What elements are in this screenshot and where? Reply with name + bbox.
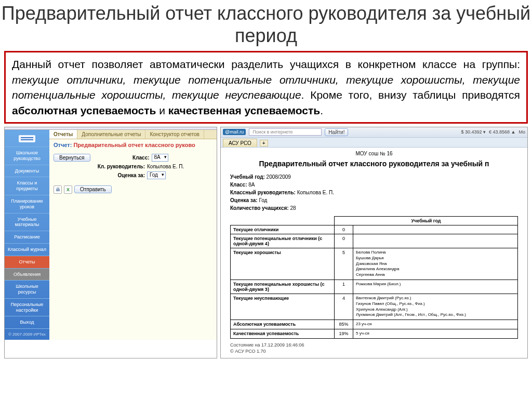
grade-select[interactable]: Год xyxy=(147,171,166,179)
sidebar-item[interactable]: Планирование уроков xyxy=(5,195,49,213)
row-label: Текущие потенциальные хорошисты (с одной… xyxy=(231,280,335,294)
desc-text: Данный отчет позволяет автоматически раз… xyxy=(12,58,520,70)
report-table: Учебный год Текущие отличники0Текущие по… xyxy=(230,216,518,339)
more: Мо xyxy=(518,129,525,135)
row-count: 1 xyxy=(335,280,353,294)
desc-post: . Кроме того, внизу таблицы приводятся xyxy=(301,89,520,101)
mail-logo: @mail.ru xyxy=(223,129,246,135)
report-title-value: Предварительный отчет классного руково xyxy=(73,142,195,148)
grade-value: Год xyxy=(150,172,158,178)
sidebar-item[interactable]: Школьные ресурсы xyxy=(5,280,49,298)
report-heading: Предварительный отчет классного руководи… xyxy=(230,159,518,168)
teacher-value: Копылова Е. П. xyxy=(147,164,184,169)
svg-rect-0 xyxy=(19,135,35,142)
search-input[interactable]: Поиск в интернете xyxy=(249,128,322,136)
class-value: 8А xyxy=(154,154,161,160)
svg-rect-2 xyxy=(21,139,33,140)
class-select[interactable]: 8А xyxy=(152,154,168,162)
class-label: Класс: xyxy=(92,155,150,161)
sidebar-item[interactable]: Объявления xyxy=(5,268,49,281)
col-header: Учебный год xyxy=(335,216,518,225)
send-button[interactable]: Отправить xyxy=(74,185,112,193)
row-label: Текущие отличники xyxy=(231,225,335,234)
sidebar-item[interactable]: Расписание xyxy=(5,231,49,243)
rate-eur: € 43.8568 ▲ xyxy=(489,129,515,135)
teacher-label: Кл. руководитель: xyxy=(88,164,145,169)
desc-b1: абсолютная успеваемость xyxy=(12,104,156,116)
sidebar-item-reports[interactable]: Отчеты xyxy=(5,256,49,268)
sidebar-item[interactable]: Классы и предметы xyxy=(5,177,49,195)
row-label: Текущие хорошисты xyxy=(231,248,335,280)
row-detail: Рожкова Мария (Биол.) xyxy=(353,280,518,294)
browser-tab[interactable]: АСУ РСО xyxy=(223,139,257,147)
sidebar-item[interactable]: Персональные настройки xyxy=(5,298,49,316)
row-count: 85% xyxy=(335,320,353,329)
report-footer: Состояние на 17.12.2009 16:46:06 © АСУ Р… xyxy=(230,342,518,355)
back-button[interactable]: Вернуться xyxy=(54,154,90,162)
row-label: Текущие неуспевающие xyxy=(231,294,335,320)
desc-and: и xyxy=(156,104,168,116)
row-detail xyxy=(353,225,518,234)
new-tab-icon[interactable]: + xyxy=(260,140,268,147)
search-button[interactable]: Найти! xyxy=(325,128,348,136)
report-tabs: Отчеты Дополнительные отчеты Конструктор… xyxy=(49,130,217,139)
row-detail: 23 уч-ся xyxy=(353,320,518,329)
org-name: МОУ сош № 16 xyxy=(230,151,518,156)
report-meta: Учебный год: 2008/2009 Класс: 8А Классны… xyxy=(230,173,518,212)
browser-toolbar: @mail.ru Поиск в интернете Найти! $ 30.4… xyxy=(221,127,527,138)
row-label: Абсолютная успеваемость xyxy=(231,320,335,329)
tab-additional[interactable]: Дополнительные отчеты xyxy=(77,130,145,139)
report-title-label: Отчет: xyxy=(54,142,72,148)
row-count: 5 xyxy=(335,248,353,280)
row-detail xyxy=(353,234,518,248)
report-title: Отчет: Предварительный отчет классного р… xyxy=(49,139,217,151)
print-icon[interactable]: 🖶 xyxy=(54,185,62,194)
row-detail: Белова ПолинаБушова ДарьяДзиковская ЯнаД… xyxy=(353,248,518,280)
row-label: Качественная успеваемость xyxy=(231,329,335,338)
home-icon[interactable] xyxy=(5,130,49,147)
row-count: 0 xyxy=(335,225,353,234)
sidebar-item[interactable]: Документы xyxy=(5,165,49,177)
row-count: 0 xyxy=(335,234,353,248)
row-count: 4 xyxy=(335,294,353,320)
right-browser: @mail.ru Поиск в интернете Найти! $ 30.4… xyxy=(220,127,528,358)
excel-icon[interactable]: X xyxy=(64,185,72,194)
slide-title: Предварительный отчет классного руководи… xyxy=(0,0,532,51)
row-detail: 5 уч-ся xyxy=(353,329,518,338)
tab-constructor[interactable]: Конструктор отчетов xyxy=(145,130,204,139)
grade-label: Оценка за: xyxy=(88,172,145,178)
row-label: Текущие потенциальные отличники (с одной… xyxy=(231,234,335,248)
desc-b2: качественная успеваемость xyxy=(168,104,320,116)
svg-rect-1 xyxy=(21,137,33,138)
row-count: 19% xyxy=(335,329,353,338)
sidebar-item[interactable]: Школьное руководство xyxy=(5,147,49,165)
sidebar: Школьное руководство Документы Классы и … xyxy=(5,130,49,340)
description-box: Данный отчет позволяет автоматически раз… xyxy=(4,51,528,124)
sidebar-copyright: © 2007-2009 ИРТех xyxy=(5,328,49,340)
left-app: Школьное руководство Документы Классы и … xyxy=(4,127,217,358)
sidebar-item[interactable]: Учебные материалы xyxy=(5,213,49,231)
tab-reports[interactable]: Отчеты xyxy=(49,130,77,139)
rate-usd: $ 30.4392 ▾ xyxy=(461,129,486,135)
sidebar-item[interactable]: Классный журнал xyxy=(5,243,49,256)
row-detail: Вахтенков Дмитрий (Рус.яз.)Гизунов Павел… xyxy=(353,294,518,320)
sidebar-item-exit[interactable]: Выход xyxy=(5,316,49,328)
desc-end: . xyxy=(320,104,323,116)
